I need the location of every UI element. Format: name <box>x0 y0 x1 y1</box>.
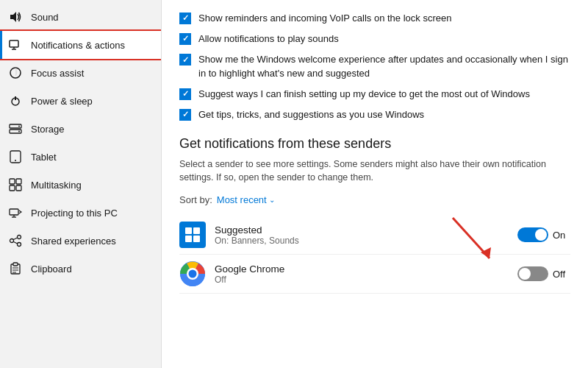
sidebar-item-power-label: Power & sleep <box>31 96 93 107</box>
sidebar-item-clipboard[interactable]: Clipboard <box>0 255 161 283</box>
toggle-area-suggested: On <box>517 227 570 242</box>
svg-rect-15 <box>16 185 21 191</box>
checkbox-sounds[interactable]: Allow notifications to play sounds <box>179 32 570 46</box>
sidebar-item-multitasking[interactable]: Multitasking <box>0 171 161 199</box>
svg-line-22 <box>14 238 18 240</box>
clipboard-icon <box>9 262 22 275</box>
sidebar-item-storage[interactable]: Storage <box>0 115 161 143</box>
checkbox-sounds-box[interactable] <box>179 33 191 45</box>
sidebar-item-tablet-label: Tablet <box>31 152 57 163</box>
sidebar-item-notifications-label: Notifications & actions <box>31 40 125 51</box>
sidebar-item-shared-label: Shared experiences <box>31 236 116 247</box>
sidebar-item-projecting[interactable]: Projecting to this PC <box>0 199 161 227</box>
svg-line-23 <box>14 242 18 244</box>
notifications-icon <box>9 38 22 52</box>
toggle-suggested[interactable] <box>517 227 548 242</box>
focus-icon <box>9 66 22 79</box>
sender-name-suggested: Suggested <box>215 224 509 236</box>
checkbox-welcome-box[interactable] <box>179 54 191 66</box>
checkbox-suggest[interactable]: Suggest ways I can finish setting up my … <box>179 88 570 101</box>
sender-info-suggested: Suggested On: Banners, Sounds <box>215 224 509 246</box>
checkbox-welcome-label: Show me the Windows welcome experience a… <box>198 53 570 79</box>
sender-sub-suggested: On: Banners, Sounds <box>215 236 509 246</box>
section-heading: Get notifications from these senders <box>179 136 570 152</box>
checkbox-voip-box[interactable] <box>179 13 191 24</box>
toggle-area-chrome: Off <box>517 266 570 281</box>
sidebar-item-multitasking-label: Multitasking <box>31 180 82 191</box>
checkbox-tips[interactable]: Get tips, tricks, and suggestions as you… <box>179 108 570 121</box>
section-desc: Select a sender to see more settings. So… <box>179 158 570 184</box>
svg-rect-1 <box>10 40 18 47</box>
toggle-label-chrome: Off <box>553 269 570 280</box>
toggle-knob-suggested <box>535 229 547 241</box>
chrome-icon <box>179 261 206 287</box>
sidebar-item-focus[interactable]: Focus assist <box>0 59 161 87</box>
sidebar-item-focus-label: Focus assist <box>31 68 84 79</box>
storage-icon <box>9 122 22 135</box>
sidebar-item-clipboard-label: Clipboard <box>31 263 72 275</box>
sidebar-item-sound[interactable]: Sound <box>0 3 161 31</box>
suggested-icon <box>179 222 206 248</box>
svg-point-9 <box>18 131 20 132</box>
svg-point-32 <box>189 270 197 278</box>
sender-name-chrome: Google Chrome <box>215 263 509 275</box>
checkbox-suggest-label: Suggest ways I can finish setting up my … <box>198 88 530 101</box>
sidebar-item-shared[interactable]: Shared experiences <box>0 227 161 255</box>
svg-rect-12 <box>10 179 15 184</box>
toggle-chrome[interactable] <box>517 266 548 281</box>
checkbox-sounds-label: Allow notifications to play sounds <box>198 32 339 46</box>
sidebar-item-sound-label: Sound <box>31 12 59 23</box>
checkbox-tips-label: Get tips, tricks, and suggestions as you… <box>198 108 424 121</box>
sidebar-item-projecting-label: Projecting to this PC <box>31 208 118 219</box>
shared-icon <box>9 234 22 247</box>
svg-point-11 <box>15 160 16 161</box>
sidebar: Sound Notifications & actions Focus assi… <box>0 0 162 368</box>
svg-point-21 <box>10 239 14 243</box>
sidebar-item-power[interactable]: Power & sleep <box>0 87 161 115</box>
tablet-icon <box>9 150 22 163</box>
checkbox-tips-box[interactable] <box>179 109 191 121</box>
checkbox-suggest-box[interactable] <box>179 88 191 100</box>
svg-rect-25 <box>13 263 18 266</box>
toggle-label-suggested: On <box>553 230 570 241</box>
checkbox-list: Show reminders and incoming VoIP calls o… <box>179 12 570 121</box>
svg-point-20 <box>18 243 21 247</box>
svg-point-19 <box>18 236 21 239</box>
sidebar-item-tablet[interactable]: Tablet <box>0 143 161 171</box>
sort-bar: Sort by: Most recent ⌄ <box>179 194 570 205</box>
sender-info-chrome: Google Chrome Off <box>215 263 509 285</box>
sidebar-item-storage-label: Storage <box>31 124 65 135</box>
sender-row-suggested[interactable]: Suggested On: Banners, Sounds On <box>179 216 570 255</box>
svg-marker-0 <box>10 12 16 22</box>
sort-label: Sort by: <box>179 194 212 205</box>
sound-icon <box>9 10 22 24</box>
svg-rect-13 <box>16 179 21 184</box>
chevron-down-icon: ⌄ <box>269 196 275 204</box>
sidebar-item-notifications[interactable]: Notifications & actions <box>0 31 161 59</box>
main-content: Show reminders and incoming VoIP calls o… <box>162 0 588 368</box>
checkbox-welcome[interactable]: Show me the Windows welcome experience a… <box>179 53 570 79</box>
checkbox-voip-label: Show reminders and incoming VoIP calls o… <box>198 12 451 25</box>
checkbox-voip[interactable]: Show reminders and incoming VoIP calls o… <box>179 12 570 25</box>
svg-rect-16 <box>10 209 18 215</box>
sort-value-text: Most recent <box>217 194 267 205</box>
sender-sub-chrome: Off <box>215 275 509 285</box>
sender-row-chrome[interactable]: Google Chrome Off Off <box>179 255 570 294</box>
power-icon <box>9 94 22 107</box>
multitasking-icon <box>9 178 22 191</box>
projecting-icon <box>9 206 22 219</box>
svg-point-8 <box>18 126 20 127</box>
sort-value[interactable]: Most recent ⌄ <box>217 194 275 205</box>
toggle-knob-chrome <box>519 268 531 280</box>
svg-rect-14 <box>10 185 15 191</box>
